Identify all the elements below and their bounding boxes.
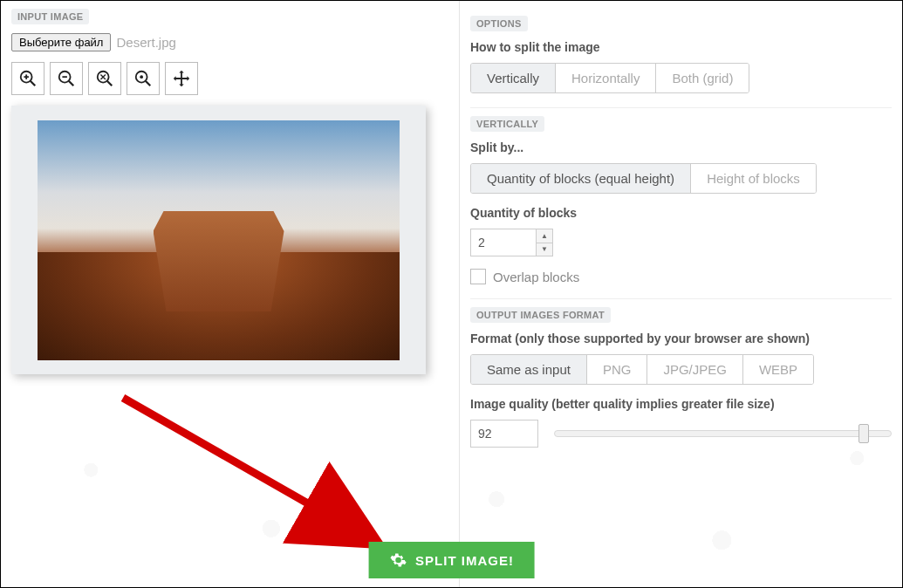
format-same[interactable]: Same as input (471, 355, 587, 384)
split-by-group: Quantity of blocks (equal height) Height… (470, 163, 817, 194)
pan-button[interactable] (165, 62, 198, 95)
svg-line-8 (107, 81, 113, 86)
overlap-label: Overlap blocks (493, 270, 579, 284)
how-split-label: How to split the image (470, 40, 892, 54)
zoom-reset-button[interactable] (88, 62, 121, 95)
overlap-checkbox[interactable] (470, 269, 486, 284)
zoom-out-button[interactable] (50, 62, 83, 95)
format-png[interactable]: PNG (587, 355, 648, 384)
vertically-header: VERTICALLY (470, 116, 544, 132)
svg-line-1 (31, 81, 36, 86)
split-image-button[interactable]: SPLIT IMAGE! (368, 542, 535, 578)
zoom-in-button[interactable] (11, 62, 44, 95)
zoom-fit-icon (133, 69, 153, 88)
quality-input[interactable] (470, 420, 538, 448)
image-preview[interactable] (11, 106, 426, 374)
format-jpg[interactable]: JPG/JPEG (647, 355, 743, 384)
output-format-header: OUTPUT IMAGES FORMAT (470, 307, 611, 323)
split-mode-both[interactable]: Both (grid) (656, 64, 749, 92)
split-mode-group: Vertically Horizontally Both (grid) (470, 63, 749, 93)
zoom-fit-button[interactable] (127, 62, 160, 95)
input-image-header: INPUT IMAGE (11, 9, 89, 24)
options-header: OPTIONS (470, 16, 528, 31)
quantity-label: Quantity of blocks (470, 206, 892, 220)
choose-file-button[interactable]: Выберите файл (11, 33, 111, 51)
split-button-label: SPLIT IMAGE! (415, 553, 514, 568)
zoom-reset-icon (95, 69, 114, 88)
quantity-step-down[interactable]: ▼ (537, 243, 552, 256)
zoom-out-icon (57, 69, 76, 88)
split-mode-vertically[interactable]: Vertically (471, 64, 556, 92)
split-by-quantity[interactable]: Quantity of blocks (equal height) (471, 164, 691, 193)
svg-line-12 (146, 81, 151, 86)
format-label: Format (only those supported by your bro… (470, 332, 892, 345)
split-by-label: Split by... (470, 140, 892, 154)
split-mode-horizontally[interactable]: Horizontally (556, 64, 656, 92)
quality-slider[interactable] (554, 430, 892, 437)
quality-label: Image quality (better quality implies gr… (470, 397, 892, 411)
format-webp[interactable]: WEBP (743, 355, 813, 384)
selected-file-name: Desert.jpg (116, 35, 175, 50)
gear-icon (389, 551, 407, 569)
zoom-in-icon (18, 69, 38, 88)
format-group: Same as input PNG JPG/JPEG WEBP (470, 354, 814, 385)
svg-point-13 (140, 75, 143, 79)
svg-line-5 (69, 81, 74, 86)
move-icon (172, 69, 191, 88)
quantity-step-up[interactable]: ▲ (537, 229, 552, 243)
preview-image (38, 120, 400, 360)
split-by-height[interactable]: Height of blocks (691, 164, 816, 193)
slider-thumb[interactable] (859, 424, 869, 443)
quantity-input[interactable] (470, 229, 537, 256)
